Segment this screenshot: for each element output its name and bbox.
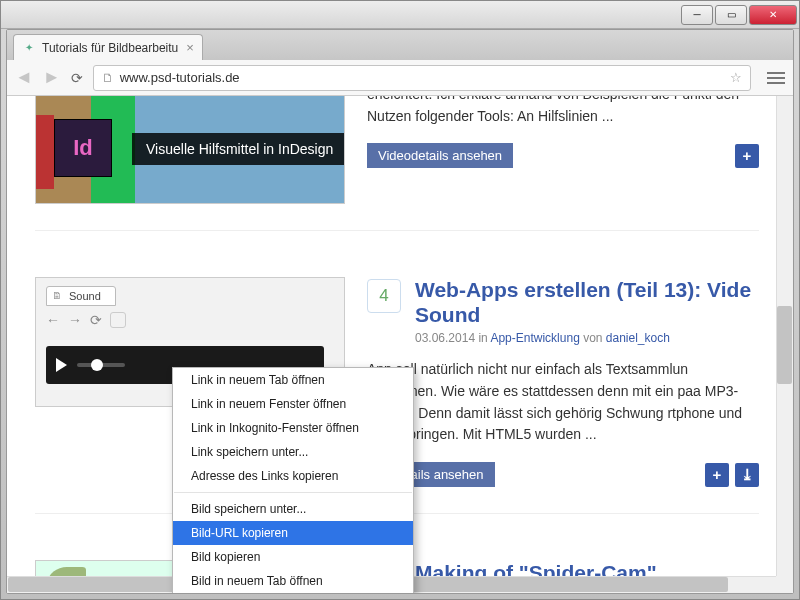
play-icon xyxy=(56,358,67,372)
context-menu-item[interactable]: Adresse des Links kopieren xyxy=(173,464,413,488)
navigation-bar: ◄ ► ⟳ 🗋 www.psd-tutorials.de ☆ xyxy=(7,60,793,96)
add-button[interactable]: + xyxy=(705,463,729,487)
article-meta: 03.06.2014 in App-Entwicklung von daniel… xyxy=(415,331,759,345)
add-button[interactable]: + xyxy=(735,144,759,168)
article-title[interactable]: Web-Apps erstellen (Teil 13): Vide Sound xyxy=(415,277,759,327)
context-menu-item[interactable]: Link in neuem Tab öffnen xyxy=(173,368,413,392)
tab-strip: ✦ Tutorials für Bildbearbeitu × xyxy=(7,30,793,60)
volume-slider xyxy=(77,363,125,367)
date-badge: 4 xyxy=(367,279,401,313)
tab-title: Tutorials für Bildbearbeitu xyxy=(42,41,178,55)
indesign-icon: Id xyxy=(54,119,112,177)
mini-browser-tab: Sound xyxy=(46,286,116,306)
scrollbar-thumb[interactable] xyxy=(777,306,792,384)
window-close-button[interactable]: ✕ xyxy=(749,5,797,25)
context-menu: Link in neuem Tab öffnenLink in neuem Fe… xyxy=(172,367,414,593)
context-menu-item[interactable]: Link in neuem Fenster öffnen xyxy=(173,392,413,416)
context-menu-item[interactable]: Bild kopieren xyxy=(173,545,413,569)
article-excerpt: App soll natürlich nicht nur einfach als… xyxy=(367,359,759,446)
context-menu-item[interactable]: Link speichern unter... xyxy=(173,440,413,464)
context-menu-item[interactable]: Bild-URL kopieren xyxy=(173,521,413,545)
forward-button[interactable]: ► xyxy=(43,67,61,88)
favicon-icon: ✦ xyxy=(22,41,36,55)
article-excerpt: erleichtert. Ich erkläre anhand von Beis… xyxy=(367,96,759,127)
scroll-corner xyxy=(776,576,793,593)
category-link[interactable]: App-Entwicklung xyxy=(490,331,579,345)
browser-window: ✦ Tutorials für Bildbearbeitu × ◄ ► ⟳ 🗋 … xyxy=(6,29,794,594)
magazine-label xyxy=(36,115,54,189)
author-link[interactable]: daniel_koch xyxy=(606,331,670,345)
mini-nav-icons: ←→⟳ xyxy=(46,312,126,328)
back-button[interactable]: ◄ xyxy=(15,67,33,88)
vertical-scrollbar[interactable] xyxy=(776,96,793,576)
page-viewport: Id Visuelle Hilfsmittel in InDesign erle… xyxy=(7,96,793,593)
tab-close-icon[interactable]: × xyxy=(186,40,194,55)
address-bar[interactable]: 🗋 www.psd-tutorials.de ☆ xyxy=(93,65,751,91)
window-minimize-button[interactable]: ─ xyxy=(681,5,713,25)
window-titlebar: ─ ▭ ✕ xyxy=(1,1,799,29)
globe-icon: 🗋 xyxy=(102,71,114,85)
download-button[interactable]: ⤓ xyxy=(735,463,759,487)
thumbnail-overlay-title: Visuelle Hilfsmittel in InDesign xyxy=(132,133,344,165)
browser-tab[interactable]: ✦ Tutorials für Bildbearbeitu × xyxy=(13,34,203,60)
reload-button[interactable]: ⟳ xyxy=(71,70,83,86)
video-details-button[interactable]: Videodetails ansehen xyxy=(367,143,513,168)
article-thumbnail[interactable]: Id Visuelle Hilfsmittel in InDesign xyxy=(35,96,345,204)
context-menu-item[interactable]: Link in Inkognito-Fenster öffnen xyxy=(173,416,413,440)
window-maximize-button[interactable]: ▭ xyxy=(715,5,747,25)
article-card: Id Visuelle Hilfsmittel in InDesign erle… xyxy=(35,96,759,231)
bookmark-star-icon[interactable]: ☆ xyxy=(730,70,742,85)
hamburger-menu-button[interactable] xyxy=(767,72,785,84)
context-menu-item[interactable]: Bild speichern unter... xyxy=(173,497,413,521)
context-menu-item[interactable]: Bild in neuem Tab öffnen xyxy=(173,569,413,593)
url-text: www.psd-tutorials.de xyxy=(120,70,240,85)
